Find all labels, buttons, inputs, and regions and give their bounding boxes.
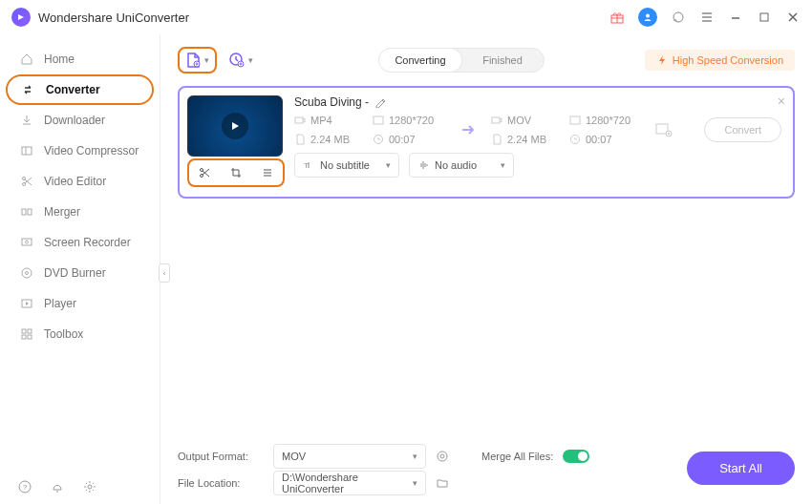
svg-rect-8	[28, 209, 32, 215]
trim-icon[interactable]	[198, 166, 211, 179]
sidebar-item-compressor[interactable]: Video Compressor	[0, 136, 154, 166]
sidebar-item-player[interactable]: Player	[0, 288, 154, 319]
scissors-icon	[19, 174, 34, 189]
tab-converting[interactable]: Converting	[379, 49, 461, 72]
sidebar-item-screen-recorder[interactable]: Screen Recorder	[0, 227, 154, 258]
sidebar-item-converter[interactable]: Converter	[6, 74, 154, 105]
sidebar-label: Video Editor	[44, 175, 106, 188]
remove-file-button[interactable]: ×	[778, 94, 785, 109]
edit-toolstrip	[187, 158, 285, 187]
open-folder-icon[interactable]	[436, 476, 449, 490]
disc-icon	[19, 265, 34, 281]
subtitle-icon: T	[303, 159, 314, 171]
settings-icon[interactable]	[82, 479, 97, 494]
resolution-icon	[569, 115, 581, 126]
src-duration: 00:07	[389, 134, 416, 145]
gift-icon[interactable]	[609, 10, 625, 25]
rename-icon[interactable]	[374, 96, 386, 108]
menu-icon[interactable]	[699, 10, 715, 25]
merge-toggle[interactable]	[563, 450, 589, 463]
add-url-icon	[227, 51, 246, 70]
app-title: Wondershare UniConverter	[38, 10, 189, 25]
start-all-button[interactable]: Start All	[687, 452, 795, 485]
lightning-icon	[656, 54, 668, 66]
add-file-icon	[185, 52, 203, 69]
svg-rect-26	[295, 117, 303, 123]
svg-rect-16	[22, 335, 26, 339]
maximize-icon[interactable]	[757, 10, 772, 25]
user-avatar[interactable]	[638, 8, 657, 27]
video-icon	[491, 115, 502, 126]
chevron-down-icon: ▾	[248, 55, 253, 65]
record-icon	[19, 235, 34, 250]
audio-icon	[417, 159, 429, 171]
chevron-down-icon: ▾	[386, 160, 391, 170]
support-icon[interactable]	[671, 10, 686, 25]
compress-icon	[19, 143, 34, 158]
help-icon[interactable]: ?	[17, 479, 32, 494]
minimize-icon[interactable]	[728, 10, 743, 25]
tab-finished[interactable]: Finished	[461, 49, 544, 72]
sidebar-label: Screen Recorder	[44, 236, 131, 249]
dst-resolution: 1280*720	[586, 115, 630, 126]
svg-point-36	[438, 452, 447, 461]
custom-format-icon[interactable]	[436, 450, 449, 463]
sidebar-item-editor[interactable]: Video Editor	[0, 166, 154, 197]
clock-icon	[569, 134, 581, 145]
subtitle-dropdown[interactable]: TNo subtitle▾	[294, 153, 399, 178]
home-icon	[19, 52, 34, 67]
sidebar-item-toolbox[interactable]: Toolbox	[0, 319, 154, 349]
close-icon[interactable]	[785, 10, 801, 25]
effects-icon[interactable]	[261, 166, 274, 179]
sidebar-label: Player	[44, 297, 76, 310]
add-file-button[interactable]: ▾	[178, 47, 217, 74]
output-format-value: MOV	[282, 451, 306, 462]
svg-rect-14	[22, 329, 26, 333]
arrow-right-icon	[459, 120, 478, 139]
dst-size: 2.24 MB	[507, 134, 546, 145]
sidebar-item-dvd-burner[interactable]: DVD Burner	[0, 258, 154, 288]
output-format-label: Output Format:	[178, 451, 264, 462]
sidebar-label: Toolbox	[44, 327, 83, 341]
sidebar-label: Home	[44, 52, 75, 66]
play-overlay-icon	[222, 113, 248, 139]
audio-dropdown[interactable]: No audio▾	[409, 153, 514, 178]
high-speed-conversion-button[interactable]: High Speed Conversion	[645, 50, 795, 71]
video-thumbnail[interactable]	[187, 95, 283, 157]
file-location-dropdown[interactable]: D:\Wondershare UniConverter▾	[273, 471, 426, 495]
svg-point-1	[646, 14, 650, 18]
file-title: Scuba Diving -	[294, 95, 369, 109]
add-url-button[interactable]: ▾	[224, 48, 256, 73]
svg-rect-29	[492, 117, 500, 123]
sidebar-item-merger[interactable]: Merger	[0, 197, 154, 227]
svg-point-10	[26, 241, 29, 243]
sidebar-label: Converter	[46, 83, 100, 96]
file-card: × Scuba Diving -	[178, 86, 795, 199]
sidebar-item-downloader[interactable]: Downloader	[0, 105, 154, 136]
download-icon	[19, 113, 34, 128]
output-settings-icon[interactable]	[653, 119, 674, 140]
merge-label: Merge All Files:	[481, 451, 553, 462]
svg-rect-17	[28, 335, 32, 339]
chevron-down-icon: ▾	[413, 452, 417, 461]
video-icon	[294, 115, 306, 126]
file-icon	[491, 134, 502, 145]
status-tabs: Converting Finished	[378, 48, 545, 73]
grid-icon	[19, 326, 34, 342]
output-format-dropdown[interactable]: MOV▾	[273, 444, 426, 469]
converter-icon	[21, 82, 36, 97]
titlebar: Wondershare UniConverter	[0, 0, 812, 34]
clock-icon	[373, 134, 384, 145]
svg-rect-3	[760, 13, 768, 21]
sidebar-label: Video Compressor	[44, 144, 139, 158]
sidebar-item-home[interactable]: Home	[0, 44, 154, 74]
dst-duration: 00:07	[586, 134, 612, 145]
crop-icon[interactable]	[229, 166, 243, 179]
svg-text:T: T	[304, 161, 309, 170]
convert-button[interactable]: Convert	[704, 117, 781, 142]
bell-icon[interactable]	[50, 479, 65, 494]
chevron-down-icon: ▾	[413, 478, 417, 488]
file-location-label: File Location:	[178, 477, 264, 489]
resolution-icon	[373, 115, 384, 126]
src-format: MP4	[310, 115, 332, 126]
